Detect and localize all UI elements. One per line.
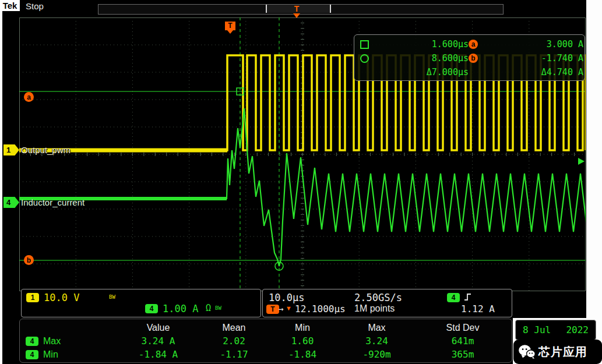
measurement-row-max: 4Max 3.24 A 2.02 1.60 3.24 641m bbox=[20, 334, 512, 348]
ch1-scale[interactable]: 10.0 V bbox=[44, 292, 79, 303]
ch1-waveform-label: Output_pwm bbox=[21, 145, 71, 155]
trigger-time-flag[interactable]: T bbox=[225, 22, 235, 34]
sample-rate: 2.50GS/s bbox=[354, 292, 402, 303]
cursor2-circle-icon bbox=[360, 54, 369, 63]
timebase-scale[interactable]: 10.0µs bbox=[269, 292, 304, 303]
col-min: Min bbox=[267, 323, 337, 333]
col-value: Value bbox=[116, 323, 200, 333]
ch4-badge[interactable]: 4 bbox=[145, 304, 158, 313]
acquisition-status: Stop bbox=[26, 1, 44, 11]
meas-ch-badge: 4 bbox=[26, 350, 38, 359]
cursor-a-readout-badge: a bbox=[469, 40, 478, 49]
cursor-b-value: -1.740 A bbox=[493, 53, 583, 63]
cursor-delta-time: Δ7.000µs bbox=[383, 67, 469, 77]
cursor-b-badge[interactable]: b bbox=[24, 255, 34, 265]
cursor-a-badge[interactable]: a bbox=[24, 92, 34, 102]
oscilloscope-display: Tek Stop T T a b 1 4 Output_pwm Inductor… bbox=[0, 0, 602, 364]
col-max: Max bbox=[337, 323, 416, 333]
ch1-ground-marker[interactable]: 1 bbox=[3, 144, 19, 156]
cursor-delta-value: Δ4.740 A bbox=[493, 67, 583, 77]
trigger-marker-icon: ▼ bbox=[287, 305, 291, 312]
expansion-point-marker bbox=[293, 13, 300, 18]
trigger-level[interactable]: 1.12 A bbox=[461, 303, 495, 314]
ch1-badge[interactable]: 1 bbox=[26, 293, 39, 302]
trigger-level-arrow[interactable] bbox=[578, 158, 585, 165]
measurement-row-min: 4Min -1.84 A -1.17 -1.84 -920m 365m bbox=[20, 348, 512, 361]
trigger-arrow-icon: → bbox=[279, 304, 283, 313]
col-mean: Mean bbox=[200, 323, 267, 333]
trigger-source-badge[interactable]: 4 bbox=[447, 293, 460, 302]
cursor-b-readout-badge: b bbox=[469, 54, 478, 63]
year: 2022 bbox=[566, 324, 589, 335]
cursor1-time: 1.600µs bbox=[383, 39, 469, 50]
trigger-flag-arrow-icon bbox=[227, 30, 233, 34]
trigger-delay[interactable]: 12.1000µs bbox=[295, 303, 346, 314]
date: 8 Jul bbox=[523, 324, 551, 335]
col-std: Std Dev bbox=[416, 323, 509, 333]
ch4-waveform-label: Inductor_current bbox=[21, 197, 85, 207]
tek-logo: Tek bbox=[0, 0, 20, 11]
channel-scale-box[interactable]: 1 10.0 V BW 4 1.00 A Ω BW bbox=[21, 289, 261, 317]
watermark: 芯片应用 bbox=[513, 340, 602, 364]
meas-ch-badge: 4 bbox=[26, 337, 38, 346]
ch4-bandwidth-icon: BW bbox=[215, 305, 221, 311]
trigger-badge: T bbox=[266, 305, 279, 314]
ch1-bandwidth-icon: BW bbox=[109, 294, 115, 300]
watermark-text: 芯片应用 bbox=[538, 344, 587, 360]
frame-right bbox=[586, 0, 602, 364]
measurements-header-row: Value Mean Min Max Std Dev bbox=[20, 321, 512, 334]
measurements-panel: Value Mean Min Max Std Dev 4Max 3.24 A 2… bbox=[19, 319, 512, 363]
cursor2-time: 8.600µs bbox=[383, 53, 469, 63]
record-length: 1M points bbox=[354, 303, 395, 314]
date-box: 8 Jul 2022 bbox=[515, 320, 596, 340]
trigger-position-indicator[interactable]: T bbox=[291, 5, 302, 18]
ch4-ground-marker[interactable]: 4 bbox=[3, 197, 19, 208]
trigger-slope-icon bbox=[463, 292, 473, 302]
cursor-a-value: 3.000 A bbox=[493, 39, 583, 50]
frame-left bbox=[0, 0, 2, 364]
ch4-scale[interactable]: 1.00 A bbox=[163, 303, 198, 314]
cursor1-square-icon bbox=[360, 40, 369, 49]
ch4-coupling: Ω bbox=[206, 303, 211, 313]
timebase-trigger-box[interactable]: 10.0µs 2.50GS/s 4 T → ▼ 12.1000µs 1M poi… bbox=[262, 289, 512, 317]
chat-bubbles-icon bbox=[518, 344, 536, 359]
cursor-readout-box: 1.600µs a 3.000 A 8.600µs b -1.740 A Δ7.… bbox=[354, 34, 585, 81]
